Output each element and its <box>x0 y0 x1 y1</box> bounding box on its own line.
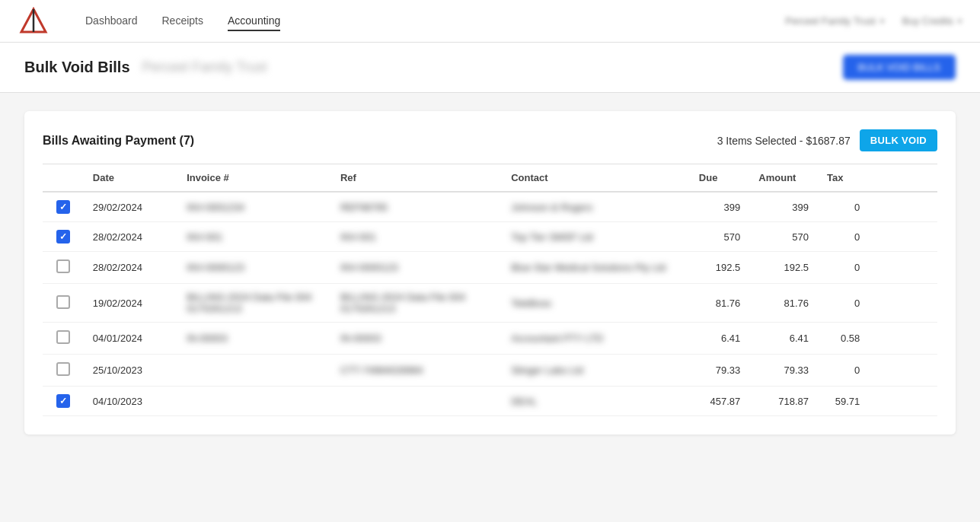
col-header-date: Date <box>84 164 177 193</box>
row-checkbox[interactable] <box>56 259 70 273</box>
cell-invoice: INV-0000123 <box>177 252 331 284</box>
cell-date: 28/02/2024 <box>84 252 177 284</box>
nav-right: Perceel Family Trust ▾ Buy Credits ▾ <box>785 15 962 27</box>
logo[interactable] <box>18 6 49 37</box>
table-row: 04/10/2023 DEAL457.87718.8759.71 <box>43 387 937 416</box>
cell-contact: Accountant PTY LTD <box>502 323 690 355</box>
row-checkbox[interactable] <box>56 330 70 344</box>
cell-contact: Stinger Labs Ltd <box>502 355 690 387</box>
cell-ref <box>331 387 502 416</box>
entity-selector-chevron-icon: ▾ <box>880 17 884 25</box>
page-title: Bulk Void Bills <box>24 59 130 76</box>
credits-button[interactable]: Buy Credits ▾ <box>902 15 962 27</box>
cell-due: 192.5 <box>690 252 749 284</box>
cell-contact: Johnson & Rogers <box>502 192 690 222</box>
cell-invoice: IN-00003 <box>177 323 331 355</box>
cell-tax: 0.58 <box>818 323 869 355</box>
row-checkbox[interactable] <box>56 230 70 243</box>
cell-amount: 192.5 <box>749 252 818 284</box>
entity-name: Perceel Family Trust <box>142 59 267 75</box>
cell-extra <box>869 222 937 252</box>
cell-due: 457.87 <box>690 387 749 416</box>
cell-invoice <box>177 355 331 387</box>
col-header-invoice: Invoice # <box>177 164 331 193</box>
cell-date: 25/10/2023 <box>84 355 177 387</box>
main-content: Bills Awaiting Payment (7) 3 Items Selec… <box>0 93 980 453</box>
cell-due: 79.33 <box>690 355 749 387</box>
selection-info: 3 Items Selected - $1687.87 BULK VOID <box>717 129 937 151</box>
cell-date: 29/02/2024 <box>84 192 177 222</box>
table-row: 29/02/2024INV-0001234REF98765Johnson & R… <box>43 192 937 222</box>
bills-card: Bills Awaiting Payment (7) 3 Items Selec… <box>24 111 956 434</box>
cell-extra <box>869 192 937 222</box>
table-row: 28/02/2024INV-001INV-001Top Tier SMSF Lt… <box>43 222 937 252</box>
cell-extra <box>869 252 937 284</box>
cell-ref: INV-0000123 <box>331 252 502 284</box>
cell-extra <box>869 323 937 355</box>
table-row: 04/01/2024IN-00003IN-00003Accountant PTY… <box>43 323 937 355</box>
row-checkbox[interactable] <box>56 394 70 408</box>
cell-tax: 0 <box>818 252 869 284</box>
col-header-tax: Tax <box>818 164 869 193</box>
cell-ref: CTT-74984028984 <box>331 355 502 387</box>
table-row: 28/02/2024INV-0000123INV-0000123Blue Sta… <box>43 252 937 284</box>
app-logo-icon <box>18 6 49 37</box>
entity-selector[interactable]: Perceel Family Trust ▾ <box>785 15 883 27</box>
page-header: Bulk Void Bills Perceel Family Trust BUL… <box>0 43 980 93</box>
cell-tax: 0 <box>818 222 869 252</box>
table-body: 29/02/2024INV-0001234REF98765Johnson & R… <box>43 192 937 416</box>
cell-due: 81.76 <box>690 284 749 323</box>
cell-tax: 59.71 <box>818 387 869 416</box>
col-header-amount: Amount <box>749 164 818 193</box>
col-header-due: Due <box>690 164 749 193</box>
cell-amount: 399 <box>749 192 818 222</box>
row-checkbox[interactable] <box>56 200 70 214</box>
cell-tax: 0 <box>818 192 869 222</box>
table-header: Date Invoice # Ref Contact Due Amount Ta… <box>43 164 937 193</box>
cell-amount: 6.41 <box>749 323 818 355</box>
credits-label: Buy Credits <box>902 15 953 27</box>
table-row: 25/10/2023 CTT-74984028984Stinger Labs L… <box>43 355 937 387</box>
nav-receipts[interactable]: Receipts <box>162 11 203 31</box>
cell-due: 6.41 <box>690 323 749 355</box>
cell-date: 04/10/2023 <box>84 387 177 416</box>
col-header-check <box>43 164 84 193</box>
row-checkbox[interactable] <box>56 295 70 309</box>
selection-count-text: 3 Items Selected - $1687.87 <box>717 135 851 147</box>
cell-extra <box>869 387 937 416</box>
col-header-extra <box>869 164 937 193</box>
section-header: Bills Awaiting Payment (7) 3 Items Selec… <box>43 129 937 151</box>
cell-amount: 81.76 <box>749 284 818 323</box>
nav-accounting[interactable]: Accounting <box>228 11 280 31</box>
cell-contact: TeleBoss <box>502 284 690 323</box>
cell-contact: DEAL <box>502 387 690 416</box>
cell-ref: BILLING-2024 Data File 004 0170261213 <box>331 284 502 323</box>
cell-amount: 718.87 <box>749 387 818 416</box>
bulk-void-button[interactable]: BULK VOID <box>860 129 937 151</box>
cell-amount: 570 <box>749 222 818 252</box>
cell-ref: REF98765 <box>331 192 502 222</box>
cell-date: 19/02/2024 <box>84 284 177 323</box>
cell-date: 04/01/2024 <box>84 323 177 355</box>
navbar: Dashboard Receipts Accounting Perceel Fa… <box>0 0 980 43</box>
bills-table: Date Invoice # Ref Contact Due Amount Ta… <box>43 164 937 416</box>
cell-tax: 0 <box>818 355 869 387</box>
entity-selector-label: Perceel Family Trust <box>785 15 875 27</box>
cell-ref: INV-001 <box>331 222 502 252</box>
cell-extra <box>869 355 937 387</box>
cell-contact: Blue Star Medical Solutions Pty Ltd <box>502 252 690 284</box>
cell-extra <box>869 284 937 323</box>
cell-invoice: BILLING-2024 Data File 004 0170261213 <box>177 284 331 323</box>
cell-due: 570 <box>690 222 749 252</box>
bulk-void-bills-button[interactable]: BULK VOID BILLS <box>843 55 956 80</box>
row-checkbox[interactable] <box>56 362 70 376</box>
cell-invoice: INV-001 <box>177 222 331 252</box>
cell-invoice <box>177 387 331 416</box>
section-title: Bills Awaiting Payment (7) <box>43 134 194 148</box>
table-row: 19/02/2024BILLING-2024 Data File 004 017… <box>43 284 937 323</box>
cell-contact: Top Tier SMSF Ltd <box>502 222 690 252</box>
nav-links: Dashboard Receipts Accounting <box>85 11 761 31</box>
cell-ref: IN-00003 <box>331 323 502 355</box>
nav-dashboard[interactable]: Dashboard <box>85 11 138 31</box>
cell-date: 28/02/2024 <box>84 222 177 252</box>
